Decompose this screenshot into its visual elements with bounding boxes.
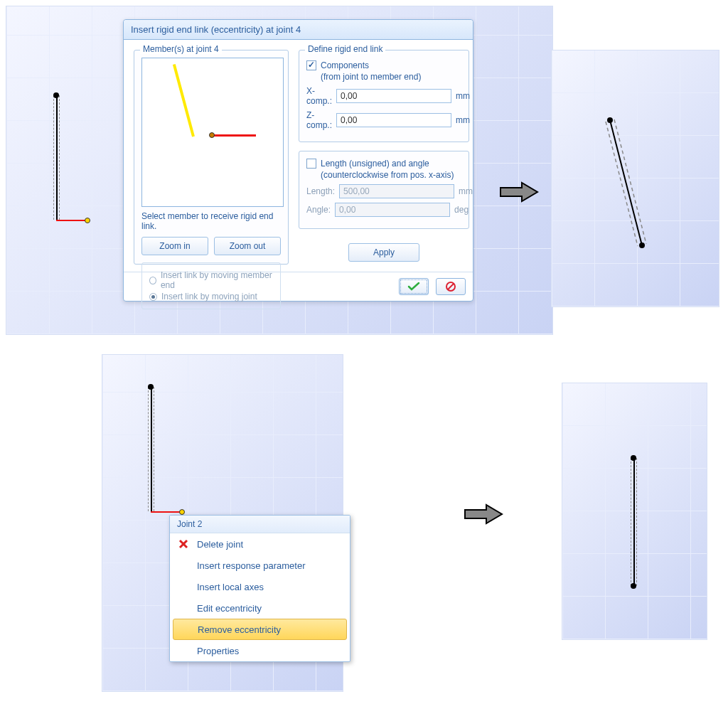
cm-delete-joint-label: Delete joint [197,539,243,550]
model-canvas-1-result[interactable] [551,50,719,307]
angle-label: Angle: [306,205,331,215]
svg-line-2 [606,122,638,246]
model-canvas-1[interactable]: Insert rigid end link (eccentricity) at … [6,6,553,335]
cm-edit-ecc-label: Edit eccentricity [197,603,262,614]
angle-input [335,203,450,217]
components-sublabel: (from joint to member end) [321,72,461,82]
radio-move-member-end[interactable]: Insert link by moving member end [149,270,273,290]
member-preview[interactable] [141,58,284,207]
no-entry-icon [445,281,456,292]
x-comp-input[interactable] [336,89,451,103]
svg-line-3 [614,119,646,244]
ok-button[interactable] [399,278,429,295]
svg-point-6 [639,242,645,248]
radio-move-joint-label: Insert link by moving joint [161,292,257,302]
length-label: Length: [306,186,335,196]
model-canvas-2[interactable]: Joint 2 Delete joint Insert response par… [102,354,343,692]
x-comp-label: X-comp.: [306,86,332,106]
z-comp-label: Z-comp.: [306,110,332,130]
z-comp-unit: mm [456,115,470,125]
zoom-in-button[interactable]: Zoom in [141,237,208,255]
cancel-button[interactable] [436,278,466,295]
define-group-title: Define rigid end link [305,44,385,54]
members-group-title: Member(s) at joint 4 [140,44,222,54]
cm-remove-eccentricity[interactable]: Remove eccentricity [173,619,347,640]
components-label: Components [321,60,369,70]
components-checkbox[interactable] [306,60,316,70]
insert-mode-group: Insert link by moving member end Insert … [141,262,281,309]
cm-delete-joint[interactable]: Delete joint [170,533,350,555]
joint-context-menu: Joint 2 Delete joint Insert response par… [169,515,350,662]
cm-insert-axes-label: Insert local axes [197,582,264,592]
insert-rigid-link-dialog: Insert rigid end link (eccentricity) at … [123,19,473,302]
cm-remove-ecc-label: Remove eccentricity [198,624,281,635]
length-input [339,184,454,198]
model-canvas-2-result[interactable] [562,383,707,640]
z-comp-input[interactable] [336,113,451,127]
svg-point-5 [607,117,613,123]
arrow-right-icon [464,503,503,525]
cm-edit-eccentricity[interactable]: Edit eccentricity [170,597,350,619]
length-angle-checkbox[interactable] [306,159,316,169]
svg-line-4 [610,120,642,245]
dialog-title: Insert rigid end link (eccentricity) at … [124,20,473,40]
radio-move-member-end-label: Insert link by moving member end [161,270,273,290]
cm-insert-local-axes[interactable]: Insert local axes [170,576,350,597]
angle-unit: deg [454,205,469,215]
length-angle-sublabel: (counterclockwise from pos. x-axis) [321,170,461,180]
context-menu-header: Joint 2 [170,516,350,533]
select-hint: Select member to receive rigid end link. [141,211,281,231]
cm-properties[interactable]: Properties [170,640,350,661]
length-angle-label: Length (unsigned) and angle [321,159,429,169]
length-unit: mm [459,186,473,196]
apply-button[interactable]: Apply [348,243,419,262]
arrow-right-icon [499,181,539,203]
cm-insert-response-label: Insert response parameter [197,560,305,571]
x-comp-unit: mm [456,91,470,101]
zoom-out-button[interactable]: Zoom out [214,237,281,255]
cm-insert-response-parameter[interactable]: Insert response parameter [170,555,350,576]
cm-properties-label: Properties [197,646,239,656]
check-icon [407,282,420,292]
delete-icon [176,538,191,550]
svg-line-1 [448,284,454,289]
radio-move-joint[interactable]: Insert link by moving joint [149,292,273,302]
